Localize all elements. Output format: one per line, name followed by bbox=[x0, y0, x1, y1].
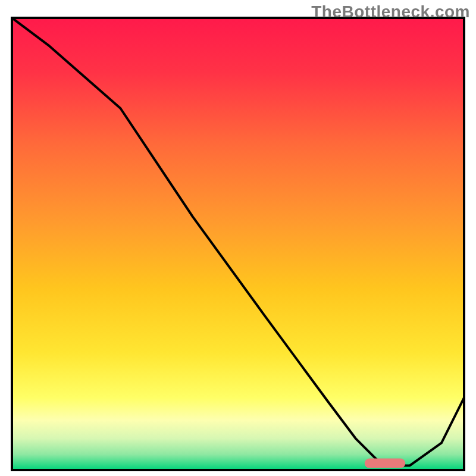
bottleneck-chart bbox=[0, 0, 476, 476]
watermark-text: TheBottleneck.com bbox=[311, 2, 470, 21]
chart-container: TheBottleneck.com bbox=[0, 0, 476, 476]
gradient-background bbox=[12, 18, 464, 470]
plot-area bbox=[12, 18, 464, 470]
optimal-zone-marker bbox=[365, 459, 405, 468]
